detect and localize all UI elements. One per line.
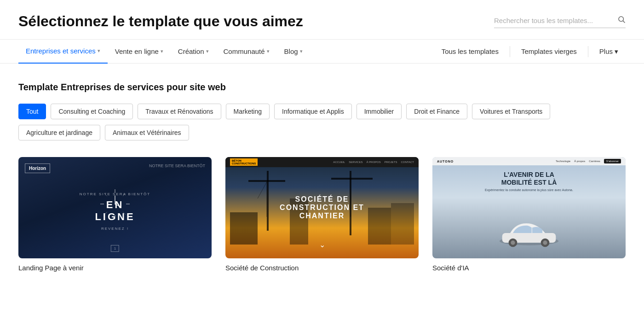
svg-point-26 — [511, 240, 515, 245]
nav-divider — [510, 46, 510, 57]
nav-divider-2 — [588, 46, 588, 57]
filter-voitures[interactable]: Voitures et Transports — [472, 104, 550, 119]
template-thumb-1: Horizon NOTRE SITE SERA BIENTÔT — [18, 157, 212, 258]
template-label-1: Landing Page à venir — [18, 264, 212, 272]
svg-point-28 — [543, 240, 547, 245]
nav-bar: Entreprises et services ▾ Vente en ligne… — [0, 40, 644, 64]
nav-item-communaute[interactable]: Communauté ▾ — [216, 40, 277, 64]
filter-tout[interactable]: Tout — [18, 104, 46, 119]
filter-agriculture[interactable]: Agriculture et jardinage — [18, 125, 100, 140]
chevron-down-icon: ▾ — [98, 48, 100, 54]
nav-left: Entreprises et services ▾ Vente en ligne… — [18, 40, 434, 64]
card1-logo: Horizon — [25, 163, 50, 173]
chevron-down-icon: ▾ — [206, 48, 209, 54]
card2-logo: BÉTONCONSTRUCTIONS — [230, 158, 258, 166]
main-content: Template Entreprises de services pour si… — [0, 64, 644, 290]
template-card-construction[interactable]: BÉTONCONSTRUCTIONS ACCUEIL SERVICES À PR… — [225, 157, 419, 272]
svg-line-15 — [258, 182, 267, 198]
top-header: Sélectionnez le template que vous aimez — [0, 0, 644, 40]
card1-main-text: NOTRE SITE SERA BIENTÔT ENLIGNE REVENEZ … — [80, 192, 150, 231]
filter-pills-row1: Tout Consulting et Coaching Travaux et R… — [18, 104, 626, 119]
svg-line-1 — [623, 21, 625, 23]
card3-headline: L'AVENIR DE LAMOBILITÉ EST LÀ Expériment… — [432, 171, 626, 192]
filter-marketing[interactable]: Marketing — [226, 104, 270, 119]
svg-rect-19 — [230, 212, 258, 245]
svg-rect-12 — [267, 171, 269, 231]
template-thumb-3: AUTONO Technologie À propos Carrières S'… — [432, 157, 626, 258]
template-thumb-2: BÉTONCONSTRUCTIONS ACCUEIL SERVICES À PR… — [225, 157, 419, 258]
chevron-down-icon: ▾ — [267, 48, 270, 54]
search-area — [494, 15, 626, 28]
svg-rect-22 — [391, 203, 414, 245]
nav-tous-templates[interactable]: Tous les templates — [434, 47, 506, 55]
card3-logo: AUTONO — [437, 160, 454, 163]
template-card-landing[interactable]: Horizon NOTRE SITE SERA BIENTÔT — [18, 157, 212, 272]
card2-nav: BÉTONCONSTRUCTIONS ACCUEIL SERVICES À PR… — [225, 157, 419, 167]
filter-informatique[interactable]: Informatique et Applis — [274, 104, 352, 119]
filter-animaux[interactable]: Animaux et Vétérinaires — [105, 125, 189, 140]
svg-rect-13 — [248, 180, 285, 182]
nav-item-entreprises[interactable]: Entreprises et services ▾ — [18, 40, 108, 64]
chevron-down-icon: ▾ — [161, 48, 163, 54]
card1-soon: NOTRE SITE SERA BIENTÔT — [149, 163, 205, 168]
chevron-down-icon: ▾ — [300, 48, 303, 54]
template-label-3: Société d'IA — [432, 264, 626, 272]
template-label-2: Société de Construction — [225, 264, 419, 272]
nav-right: Tous les templates Templates vierges Plu… — [434, 46, 626, 57]
card1-pagination: 1 — [111, 245, 119, 252]
filter-pills-row2: Agriculture et jardinage Animaux et Vété… — [18, 125, 626, 140]
chevron-down-icon: ▾ — [615, 47, 618, 56]
filter-consulting[interactable]: Consulting et Coaching — [51, 104, 133, 119]
car-illustration — [497, 217, 561, 249]
search-input[interactable] — [494, 17, 614, 24]
section-title: Template Entreprises de services pour si… — [18, 82, 626, 93]
filter-immobilier[interactable]: Immobilier — [356, 104, 402, 119]
card2-arrow-down: ⌄ — [319, 240, 325, 249]
card2-center-text: SOCIÉTÉ DECONSTRUCTION ETCHANTIER — [280, 195, 364, 220]
page-title: Sélectionnez le template que vous aimez — [18, 13, 303, 30]
filter-droit[interactable]: Droit et Finance — [406, 104, 467, 119]
card2-nav-links: ACCUEIL SERVICES À PROPOS PROJETS CONTAC… — [333, 161, 414, 163]
nav-item-creation[interactable]: Création ▾ — [171, 40, 216, 64]
card3-nav: AUTONO Technologie À propos Carrières S'… — [432, 157, 626, 165]
nav-item-vente[interactable]: Vente en ligne ▾ — [108, 40, 171, 64]
card3-subscribe: S'abonner — [604, 159, 621, 163]
search-icon[interactable] — [617, 15, 626, 26]
svg-point-0 — [619, 17, 624, 22]
nav-templates-vierges[interactable]: Templates vierges — [514, 47, 584, 55]
template-card-ia[interactable]: AUTONO Technologie À propos Carrières S'… — [432, 157, 626, 272]
templates-grid: Horizon NOTRE SITE SERA BIENTÔT — [18, 157, 626, 272]
svg-rect-17 — [331, 178, 373, 180]
svg-rect-21 — [368, 208, 391, 245]
card3-nav-links: Technologie À propos Carrières — [556, 160, 600, 163]
nav-plus[interactable]: Plus ▾ — [592, 47, 626, 56]
filter-travaux[interactable]: Travaux et Rénovations — [138, 104, 221, 119]
nav-item-blog[interactable]: Blog ▾ — [277, 40, 310, 64]
